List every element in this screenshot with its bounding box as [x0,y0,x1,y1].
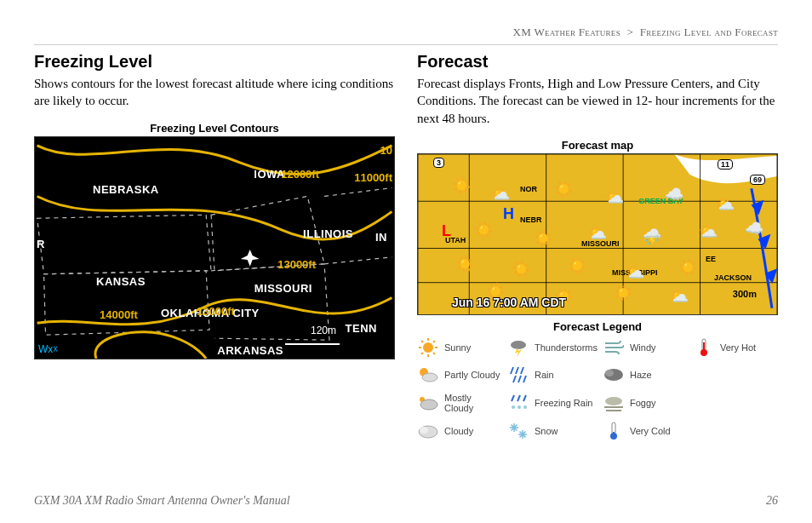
freezing-level-heading: Freezing Level [34,52,395,72]
state-kansas: KANSAS [96,275,146,288]
svg-line-26 [512,395,514,401]
thunderstorm-icon [507,338,529,357]
city-ee: EE [706,255,716,263]
legend-partly-cloudy: Partly Cloudy [417,365,502,384]
state-missouri: MISSOURI [254,282,312,295]
state-r: R [37,238,45,250]
foggy-icon [603,394,625,412]
partly-cloudy-icon [417,365,439,384]
contour-lines-svg [35,137,394,359]
svg-line-19 [513,376,516,382]
weather-icon: ☀️ [534,229,552,248]
state-in: IN [375,231,387,244]
legend-label: Partly Cloudy [444,370,500,380]
svg-line-27 [518,395,520,401]
breadcrumb-section: XM Weather Features [513,26,620,38]
map-cursor-mode: Wx☓ [38,343,58,355]
svg-line-28 [523,395,526,401]
windy-icon [603,338,625,357]
footer-page-number: 26 [766,494,778,508]
weather-icon: ⛅ [491,185,510,204]
map-scale-bar [285,343,340,345]
legend-very-cold: Very Cold [603,422,688,440]
weather-icon: ☀️ [455,255,474,273]
rain-icon [507,365,529,384]
svg-rect-47 [613,432,615,436]
road-69: 69 [750,175,765,185]
legend-foggy: Foggy [603,393,688,413]
legend-label: Sunny [444,342,471,353]
alt-10: 10 [380,144,392,157]
alt-13000b: 13000ft [197,305,235,318]
forecast-timestamp: Jun 16 7:00 AM CDT [452,296,566,309]
weather-icon: ⛅ [588,224,607,243]
svg-point-1 [423,342,433,353]
svg-line-8 [421,353,423,354]
weather-icon: ⛅ [626,263,644,282]
very-hot-icon [693,338,715,357]
svg-line-17 [516,367,518,374]
alt-11000: 11000ft [354,171,392,184]
alt-12000: 12000ft [281,168,319,181]
state-illinois: ILLINOIS [303,227,353,240]
legend-label: Haze [630,370,652,380]
road-11: 11 [718,159,733,170]
state-arkansas: ARKANSAS [217,344,283,357]
freezing-level-caption: Freezing Level Contours [34,122,395,135]
legend-windy: Windy [603,338,688,357]
legend-mostly-cloudy: Mostly Cloudy [417,393,502,413]
sunny-icon [417,338,439,357]
legend-label: Mostly Cloudy [444,393,502,413]
weather-icon: ☀️ [512,260,530,279]
weather-icon: ☀️ [474,221,493,239]
mostly-cloudy-icon [417,394,439,412]
breadcrumb-sep: > [627,26,634,38]
svg-point-15 [422,373,437,382]
map-scale-label: 120m [311,325,336,336]
right-column: Forecast Forecast displays Fronts, High … [417,52,778,440]
content-columns: Freezing Level Shows contours for the lo… [34,52,778,440]
weather-icon: ☀️ [452,176,471,195]
forecast-body: Forecast displays Fronts, High and Low P… [417,75,778,127]
weather-icon: ⛅ [670,287,689,306]
legend-label: Foggy [630,398,656,408]
svg-line-16 [511,367,513,374]
svg-line-6 [421,341,423,342]
weather-icon: ⛅ [605,188,624,207]
forecast-legend: Sunny Thunderstorms Windy Very Hot Partl… [417,338,778,440]
city-utah: UTAH [445,236,466,244]
cloudy-icon [417,422,439,440]
weather-icon: ☀️ [614,284,632,302]
weather-icon: ☀️ [678,258,697,277]
legend-label: Very Hot [720,342,756,353]
page-footer: GXM 30A XM Radio Smart Antenna Owner's M… [34,494,778,508]
svg-line-20 [518,376,521,382]
legend-label: Thunderstorms [535,342,598,353]
svg-point-30 [518,405,521,409]
legend-label: Very Cold [630,426,671,436]
freezing-level-body: Shows contours for the lowest forecast a… [34,75,395,110]
legend-thunderstorms: Thunderstorms [507,338,598,357]
high-pressure-icon: H [503,205,514,223]
city-nebr: NEBR [520,216,542,224]
forecast-scale: 300m [733,289,757,299]
weather-icon: ⛈️ [643,227,661,246]
breadcrumb-page: Freezing Level and Forecast [640,26,778,38]
state-tenn: TENN [346,322,377,335]
legend-cloudy: Cloudy [417,422,502,440]
svg-point-25 [420,399,437,410]
svg-point-31 [523,405,527,409]
weather-icon: ☀️ [568,256,586,275]
forecast-caption: Forecast map [417,139,778,152]
legend-label: Windy [630,342,656,353]
freezing-level-map: NEBRASKA IOWA KANSAS MISSOURI ILLINOIS I… [34,136,395,359]
city-jackson: JACKSON [714,273,752,282]
forecast-heading: Forecast [417,52,778,72]
weather-icon: ☁️ [665,185,683,204]
legend-rain: Rain [507,365,598,384]
legend-very-hot: Very Hot [693,338,778,357]
legend-label: Cloudy [444,426,473,436]
forecast-map: 3 11 69 H L GREEN BAY NEBR UTAH MISSOURI… [417,153,778,315]
legend-empty [693,393,778,413]
legend-empty [693,422,778,440]
